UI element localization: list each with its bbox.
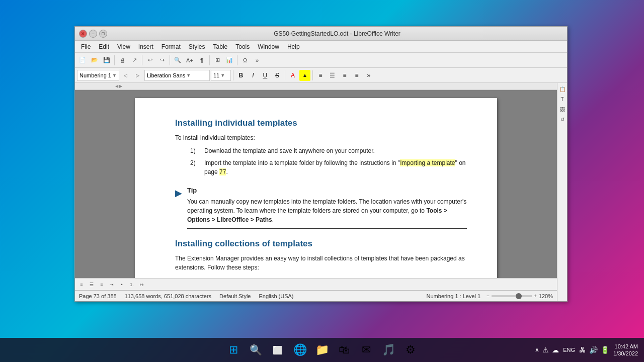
word-count: 113,658 words, 651,028 characters bbox=[125, 293, 211, 299]
export-btn[interactable]: ↗ bbox=[129, 55, 140, 66]
menu-insert[interactable]: Insert bbox=[134, 42, 157, 51]
search-btn[interactable]: 🔍 bbox=[172, 55, 183, 66]
indent-more[interactable]: ↦ bbox=[137, 280, 146, 289]
search-button[interactable]: 🔍 bbox=[246, 340, 266, 360]
list1: 1) Download the template and save it any… bbox=[190, 146, 467, 176]
para-marks-btn[interactable]: ¶ bbox=[196, 55, 207, 66]
undo-btn[interactable]: ↩ bbox=[144, 55, 155, 66]
zoom-in-icon[interactable]: + bbox=[534, 293, 537, 299]
bold-button[interactable]: B bbox=[235, 70, 247, 81]
open-btn[interactable]: 📂 bbox=[89, 55, 100, 66]
sidebar-text-icon[interactable]: T bbox=[558, 95, 567, 103]
sidebar-page-icon[interactable]: 📋 bbox=[558, 85, 567, 93]
more-format-btn[interactable]: » bbox=[363, 70, 374, 81]
align-center-button[interactable]: ☰ bbox=[327, 70, 338, 81]
date-display: 1/30/2022 bbox=[613, 350, 638, 357]
sep4 bbox=[209, 55, 210, 65]
save-btn[interactable]: 💾 bbox=[101, 55, 112, 66]
justify-button[interactable]: ≡ bbox=[351, 70, 362, 81]
page-count: Page 73 of 388 bbox=[79, 293, 117, 299]
redo-btn[interactable]: ↪ bbox=[156, 55, 168, 66]
highlight-button[interactable]: ▲ bbox=[299, 70, 310, 81]
sidebar-right: 📋 T 🖼 ↺ bbox=[557, 83, 567, 301]
special-char-btn[interactable]: Ω bbox=[239, 55, 251, 66]
indent-decrease-btn[interactable]: ◁ bbox=[120, 70, 131, 81]
menu-tools[interactable]: Tools bbox=[231, 42, 254, 51]
sidebar-refresh-icon[interactable]: ↺ bbox=[558, 115, 567, 123]
paragraph-style-select[interactable]: Numbering 1 ▼ bbox=[77, 70, 119, 81]
media-icon[interactable]: 🎵 bbox=[378, 340, 398, 360]
tip-text: You can manually copy new templates into… bbox=[187, 197, 467, 229]
explorer-icon[interactable]: 📁 bbox=[312, 340, 332, 360]
status-bar: Page 73 of 388 113,658 words, 651,028 ch… bbox=[75, 290, 557, 301]
font-size-select[interactable]: 11 ▼ bbox=[211, 70, 231, 81]
tip-title: Tip bbox=[187, 187, 467, 194]
window-controls: ✕ – □ bbox=[79, 30, 107, 38]
font-color-button[interactable]: A bbox=[287, 70, 298, 81]
maximize-button[interactable]: □ bbox=[99, 30, 107, 38]
network-icon[interactable]: 🖧 bbox=[579, 346, 586, 354]
size-dropdown-icon: ▼ bbox=[220, 73, 225, 78]
format-toolbar: Numbering 1 ▼ ◁ ▷ Liberation Sans ▼ 11 ▼… bbox=[75, 68, 567, 83]
warning-icon[interactable]: ⚠ bbox=[542, 346, 549, 354]
start-button[interactable]: ⊞ bbox=[223, 340, 244, 360]
volume-icon[interactable]: 🔊 bbox=[589, 346, 598, 354]
datetime-display[interactable]: 10:42 AM 1/30/2022 bbox=[613, 343, 638, 357]
indent-increase-btn[interactable]: ▷ bbox=[132, 70, 143, 81]
italic-button[interactable]: I bbox=[248, 70, 259, 81]
doc-style: Default Style bbox=[219, 293, 251, 299]
sep1 bbox=[114, 55, 115, 65]
minimize-button[interactable]: – bbox=[89, 30, 97, 38]
zoom-out-icon[interactable]: − bbox=[487, 293, 490, 299]
menu-table[interactable]: Table bbox=[209, 42, 232, 51]
language-indicator: ENG bbox=[563, 347, 575, 353]
zoom-control[interactable]: − + 120% bbox=[487, 293, 553, 299]
more-btn[interactable]: » bbox=[252, 55, 263, 66]
chart-btn[interactable]: 📊 bbox=[224, 55, 235, 66]
menu-help[interactable]: Help bbox=[283, 42, 304, 51]
align-right-button[interactable]: ≡ bbox=[339, 70, 350, 81]
underline-button[interactable]: U bbox=[260, 70, 271, 81]
menu-file[interactable]: File bbox=[77, 42, 95, 51]
menu-view[interactable]: View bbox=[113, 42, 134, 51]
font-size-inc-btn[interactable]: A+ bbox=[184, 55, 195, 66]
para-align-left[interactable]: ≡ bbox=[77, 280, 86, 289]
battery-icon[interactable]: 🔋 bbox=[601, 346, 609, 354]
list-bullet[interactable]: • bbox=[117, 280, 126, 289]
fmt-sep3 bbox=[312, 70, 313, 80]
close-button[interactable]: ✕ bbox=[79, 30, 87, 38]
list-number[interactable]: 1. bbox=[127, 280, 136, 289]
document-area[interactable]: Installing individual templates To insta… bbox=[75, 90, 557, 278]
menu-bar: File Edit View Insert Format Styles Tabl… bbox=[75, 41, 567, 53]
print-btn[interactable]: 🖨 bbox=[117, 55, 128, 66]
section1-heading: Installing individual templates bbox=[175, 118, 467, 128]
section2-heading: Installing collections of templates bbox=[175, 239, 467, 249]
edge-icon[interactable]: 🌐 bbox=[290, 340, 310, 360]
new-btn[interactable]: 📄 bbox=[77, 55, 88, 66]
main-content: ◀ ▶ Installing individual templates To i… bbox=[75, 83, 557, 301]
menu-window[interactable]: Window bbox=[254, 42, 283, 51]
list-item: 2) Import the template into a template f… bbox=[190, 158, 467, 176]
font-name-select[interactable]: Liberation Sans ▼ bbox=[144, 70, 210, 81]
sidebar-image-icon[interactable]: 🖼 bbox=[558, 105, 567, 113]
sep2 bbox=[142, 55, 142, 65]
section2-intro: The Extension Manager provides an easy w… bbox=[175, 254, 467, 272]
menu-edit[interactable]: Edit bbox=[95, 42, 113, 51]
menu-format[interactable]: Format bbox=[157, 42, 185, 51]
fmt-sep1 bbox=[233, 70, 233, 80]
settings-icon[interactable]: ⚙ bbox=[400, 340, 421, 360]
para-align-right[interactable]: ≡ bbox=[97, 280, 106, 289]
table-btn[interactable]: ⊞ bbox=[212, 55, 223, 66]
cloud-icon[interactable]: ☁ bbox=[552, 346, 559, 354]
menu-styles[interactable]: Styles bbox=[185, 42, 209, 51]
mail-icon[interactable]: ✉ bbox=[356, 340, 376, 360]
align-left-button[interactable]: ≡ bbox=[315, 70, 326, 81]
para-align-center[interactable]: ☰ bbox=[87, 280, 96, 289]
main-toolbar: 📄 📂 💾 🖨 ↗ ↩ ↪ 🔍 A+ ¶ ⊞ 📊 Ω » bbox=[75, 53, 567, 68]
store-icon[interactable]: 🛍 bbox=[334, 340, 354, 360]
strikethrough-button[interactable]: S bbox=[272, 70, 283, 81]
sep3 bbox=[170, 55, 170, 65]
taskview-button[interactable]: ⬜ bbox=[268, 340, 288, 360]
chevron-up-icon[interactable]: ∧ bbox=[535, 346, 539, 353]
para-indent[interactable]: ⇥ bbox=[107, 280, 116, 289]
